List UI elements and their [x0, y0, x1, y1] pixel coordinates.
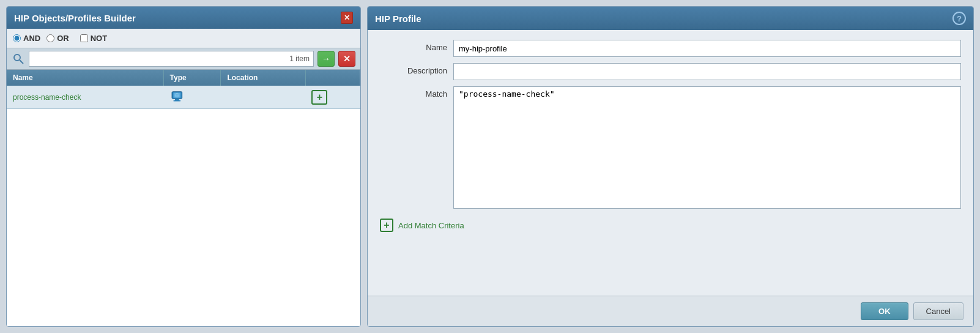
- type-icon: [169, 89, 187, 104]
- not-checkbox[interactable]: [80, 34, 88, 42]
- left-panel: HIP Objects/Profiles Builder ✕ AND OR NO…: [6, 6, 361, 327]
- add-match-label[interactable]: Add Match Criteria: [398, 221, 464, 230]
- and-radio-group[interactable]: AND: [13, 34, 40, 43]
- empty-table-area: [7, 109, 360, 231]
- description-field[interactable]: [453, 63, 961, 80]
- description-form-row: Description: [380, 63, 961, 80]
- svg-rect-5: [174, 100, 181, 102]
- right-panel-footer: OK Cancel: [368, 296, 973, 326]
- table-header-row: Name Type Location: [7, 70, 360, 86]
- col-action: [305, 70, 360, 86]
- not-label: NOT: [91, 34, 107, 43]
- ok-button[interactable]: OK: [861, 302, 908, 320]
- or-radio-group[interactable]: OR: [46, 34, 69, 43]
- add-match-icon[interactable]: +: [380, 219, 393, 232]
- right-panel-header: HIP Profile ?: [368, 7, 973, 30]
- and-label: AND: [23, 34, 40, 43]
- match-textarea[interactable]: "process-name-check": [453, 86, 961, 209]
- add-match-row: + Add Match Criteria: [380, 215, 961, 236]
- table-row: process-name-check: [7, 86, 360, 109]
- cancel-button[interactable]: Cancel: [913, 302, 963, 320]
- left-panel-title: HIP Objects/Profiles Builder: [14, 13, 136, 23]
- col-name: Name: [7, 70, 163, 86]
- logic-row: AND OR NOT: [7, 29, 360, 48]
- row-type-cell: [163, 86, 221, 109]
- right-panel-body: Name Description Match "process-name-che…: [368, 30, 973, 296]
- right-panel: HIP Profile ? Name Description Match "pr…: [367, 6, 974, 327]
- col-type: Type: [163, 70, 221, 86]
- close-button[interactable]: ✕: [341, 12, 353, 24]
- not-checkbox-group[interactable]: NOT: [80, 34, 107, 43]
- objects-table-container: Name Type Location process-name-check: [7, 70, 360, 326]
- search-icon: [12, 52, 25, 65]
- row-name-link[interactable]: process-name-check: [13, 93, 81, 102]
- name-form-row: Name: [380, 40, 961, 57]
- match-label: Match: [380, 86, 447, 99]
- remove-button[interactable]: ✕: [338, 51, 355, 67]
- right-panel-title: HIP Profile: [375, 13, 421, 24]
- objects-table: Name Type Location process-name-check: [7, 70, 360, 109]
- move-arrow-button[interactable]: →: [317, 51, 335, 67]
- name-field[interactable]: [453, 40, 961, 57]
- svg-rect-4: [175, 99, 179, 100]
- row-add-cell: +: [305, 86, 360, 109]
- search-input[interactable]: [29, 51, 314, 67]
- add-row-button[interactable]: +: [311, 90, 327, 105]
- or-label: OR: [57, 34, 69, 43]
- svg-point-0: [14, 54, 20, 61]
- row-name-cell: process-name-check: [7, 86, 163, 109]
- computer-icon-svg: [171, 91, 185, 103]
- search-row: → ✕: [7, 48, 360, 70]
- help-icon[interactable]: ?: [952, 12, 966, 25]
- svg-line-1: [20, 60, 23, 64]
- row-location-cell: [221, 86, 305, 109]
- name-label: Name: [380, 40, 447, 52]
- col-location: Location: [221, 70, 305, 86]
- match-form-row: Match "process-name-check": [380, 86, 961, 209]
- left-panel-header: HIP Objects/Profiles Builder ✕: [7, 7, 360, 29]
- description-label: Description: [380, 63, 447, 75]
- or-radio[interactable]: [46, 34, 54, 42]
- and-radio[interactable]: [13, 34, 21, 42]
